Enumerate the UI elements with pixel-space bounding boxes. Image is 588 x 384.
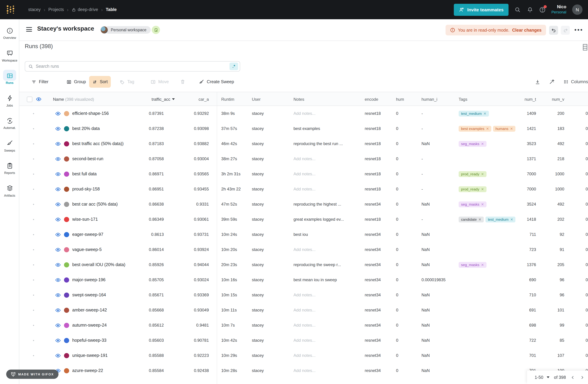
eye-icon[interactable] <box>55 337 61 343</box>
tag-remove-icon[interactable]: ✕ <box>481 187 484 191</box>
row-drag-handle[interactable] <box>33 295 34 296</box>
page-size-dropdown[interactable]: 1-50 <box>535 375 549 380</box>
search-icon[interactable] <box>514 6 521 13</box>
cell-notes[interactable]: Add notes... <box>294 288 361 303</box>
cell-notes[interactable]: reproducing the sweep r... <box>294 257 361 272</box>
cell-notes[interactable]: best mean iou in sweep <box>294 272 361 288</box>
breadcrumb-projects[interactable]: Projects <box>48 7 64 12</box>
breadcrumb-project[interactable]: deep-drive <box>72 7 98 12</box>
row-drag-handle[interactable] <box>33 189 34 190</box>
user-avatar[interactable]: N <box>572 4 583 15</box>
eye-icon[interactable] <box>55 111 61 116</box>
tag-pill[interactable]: seg_masks✕ <box>459 262 486 268</box>
eye-icon[interactable] <box>55 322 61 328</box>
tag-remove-icon[interactable]: ✕ <box>481 172 484 176</box>
sidebar-item-jobs[interactable]: Jobs <box>0 93 19 113</box>
row-drag-handle[interactable] <box>33 264 34 265</box>
eye-icon[interactable] <box>55 126 61 132</box>
breadcrumb-entity[interactable]: stacey <box>28 7 41 12</box>
tag-pill[interactable]: best examples✕ <box>459 126 491 132</box>
row-drag-handle[interactable] <box>33 280 34 281</box>
eye-icon[interactable] <box>55 277 61 283</box>
sidebar-item-artifacts[interactable]: Artifacts <box>0 183 19 203</box>
eye-icon[interactable] <box>55 171 61 177</box>
cell-notes[interactable]: Add notes... <box>294 363 361 378</box>
eye-icon[interactable] <box>55 186 61 192</box>
sidebar-item-automat[interactable]: Automat. <box>0 115 19 135</box>
help-button[interactable] <box>539 6 546 13</box>
cell-notes[interactable]: reproducing the highest ... <box>294 197 361 212</box>
workspace-owner-avatar[interactable] <box>101 26 108 34</box>
cell-notes[interactable]: Add notes... <box>294 318 361 333</box>
tag-remove-icon[interactable]: ✕ <box>486 127 489 131</box>
tag-pill[interactable]: prod_ready✕ <box>459 186 486 192</box>
cell-notes[interactable]: best iou <box>294 227 361 242</box>
row-drag-handle[interactable] <box>33 113 34 114</box>
eye-icon[interactable] <box>55 353 61 358</box>
cell-notes[interactable]: Add notes... <box>294 166 361 182</box>
tag-pill[interactable]: candidate✕ <box>459 216 484 222</box>
eye-icon[interactable] <box>55 216 61 222</box>
redo-button[interactable] <box>561 26 570 35</box>
table-row: proud-sky-1580.869510.934552h 43m 22stac… <box>19 182 588 197</box>
eye-icon[interactable] <box>55 307 61 313</box>
eye-icon[interactable] <box>55 231 61 237</box>
eye-icon[interactable] <box>55 201 61 207</box>
cell-notes[interactable]: Add notes... <box>294 242 361 257</box>
wandb-logo-icon[interactable] <box>5 4 17 16</box>
row-drag-handle[interactable] <box>33 310 34 311</box>
row-drag-handle[interactable] <box>33 249 34 250</box>
hamburger-menu-icon[interactable] <box>26 27 32 33</box>
tag-pill[interactable]: prod_ready✕ <box>459 171 486 177</box>
tag-pill[interactable]: seg_masks✕ <box>459 201 486 207</box>
tag-remove-icon[interactable]: ✕ <box>481 202 484 206</box>
eye-icon[interactable] <box>55 156 61 162</box>
cell-notes[interactable]: Add notes... <box>294 333 361 348</box>
cell-notes[interactable]: great examples logged ev... <box>294 212 361 227</box>
clear-changes-link[interactable]: Clear changes <box>512 28 542 33</box>
tag-remove-icon[interactable]: ✕ <box>478 217 481 221</box>
row-drag-handle[interactable] <box>33 234 34 235</box>
sidebar-item-workspace[interactable]: Workspace <box>0 48 19 68</box>
tag-remove-icon[interactable]: ✕ <box>481 263 484 267</box>
undo-button[interactable] <box>549 26 558 35</box>
cell-notes[interactable]: Add notes... <box>294 182 361 197</box>
eye-icon[interactable] <box>55 247 61 252</box>
sidebar-item-runs[interactable]: Runs <box>0 71 19 90</box>
row-drag-handle[interactable] <box>33 158 34 159</box>
more-options-button[interactable]: ●●● <box>574 27 583 32</box>
eye-icon[interactable] <box>55 262 61 268</box>
cell-notes[interactable]: Add notes... <box>294 106 361 121</box>
row-drag-handle[interactable] <box>33 355 34 356</box>
cell-notes[interactable]: Add notes... <box>294 151 361 166</box>
eye-icon[interactable] <box>55 141 61 147</box>
row-drag-handle[interactable] <box>33 143 34 144</box>
sidebar-item-sweeps[interactable]: Sweeps <box>0 138 19 158</box>
bell-icon[interactable] <box>526 6 533 13</box>
row-drag-handle[interactable] <box>33 340 34 341</box>
tag-remove-icon[interactable]: ✕ <box>483 112 486 115</box>
prev-page-button[interactable] <box>570 375 575 380</box>
row-drag-handle[interactable] <box>33 325 34 326</box>
cell-notes[interactable]: best examples <box>294 121 361 136</box>
row-drag-handle[interactable] <box>33 128 34 129</box>
run-color-dot <box>64 141 69 146</box>
watermark-label: MADE WITH GIFOX <box>18 372 54 376</box>
user-identity[interactable]: Nico Personal <box>551 5 566 15</box>
sidebar-item-reports[interactable]: Reports <box>0 161 19 180</box>
tag-pill[interactable]: test_medium✕ <box>459 111 489 116</box>
report-create-button[interactable] <box>152 26 160 34</box>
invite-teammates-button[interactable]: Invite teammates <box>454 4 508 16</box>
cell-notes[interactable]: Add notes... <box>294 348 361 363</box>
sidebar-item-overview[interactable]: Overview <box>0 25 19 45</box>
tag-remove-icon[interactable]: ✕ <box>481 142 484 146</box>
personal-workspace-pill[interactable]: Personal workspace <box>105 26 150 34</box>
row-drag-handle[interactable] <box>33 219 34 220</box>
cell-notes[interactable]: reproducing the best run ... <box>294 136 361 151</box>
tag-pill[interactable]: seg_masks✕ <box>459 141 486 147</box>
row-drag-handle[interactable] <box>33 173 34 175</box>
next-page-button[interactable] <box>580 375 585 380</box>
row-drag-handle[interactable] <box>33 204 34 205</box>
eye-icon[interactable] <box>55 292 61 298</box>
cell-notes[interactable]: Add notes... <box>294 303 361 318</box>
